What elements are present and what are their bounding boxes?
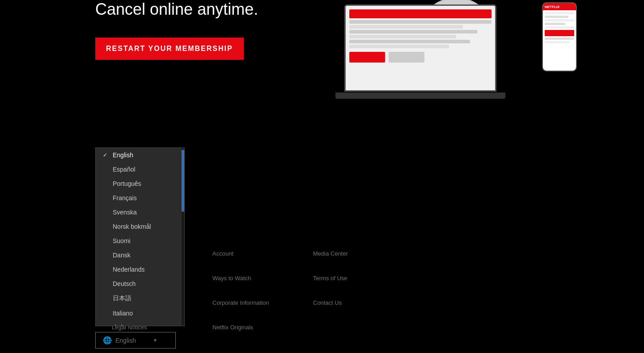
selected-language-label: English [115,337,136,344]
footer: Help Center Jobs Cookie Preferences Lega… [0,237,644,353]
contact-us-link[interactable]: Contact Us [313,299,414,306]
footer-col-4 [414,250,514,340]
phone-mockup: NETFLIX [542,2,577,71]
language-trigger-button[interactable]: 🌐 English ▼ [95,332,176,349]
language-option-ja[interactable]: 日本語 [96,291,184,306]
language-selector[interactable]: ✓ English Español Português Français [95,332,176,349]
globe-icon: 🌐 [103,336,112,345]
language-option-da[interactable]: Dansk [96,248,184,262]
language-option-zh[interactable]: 中文 [96,320,184,326]
cancel-text: Cancel online anytime. [95,0,258,19]
language-option-nl[interactable]: Nederlands [96,262,184,277]
language-option-nb[interactable]: Norsk bokmål [96,219,184,234]
hero-text: Cancel online anytime. RESTART YOUR MEMB… [95,0,258,60]
media-center-link[interactable]: Media Center [313,250,414,257]
main-content: Cancel online anytime. RESTART YOUR MEMB… [0,0,644,353]
checkmark-icon: ✓ [103,152,109,158]
ways-to-watch-link[interactable]: Ways to Watch [212,275,313,282]
language-option-de[interactable]: Deutsch [96,277,184,291]
laptop-mockup [344,4,505,99]
language-option-sv[interactable]: Svenska [96,205,184,219]
scrollbar-track [182,148,184,326]
footer-col-2: Account Ways to Watch Corporate Informat… [212,250,313,340]
netflix-originals-link[interactable]: Netflix Originals [212,324,313,331]
terms-of-use-link[interactable]: Terms of Use [313,275,414,282]
language-option-pt[interactable]: Português [96,176,184,191]
footer-col-3: Media Center Terms of Use Contact Us [313,250,414,340]
language-option-it[interactable]: Italiano [96,306,184,320]
corporate-information-link[interactable]: Corporate Information [212,299,313,306]
language-option-es[interactable]: Español [96,162,184,176]
account-link[interactable]: Account [212,250,313,257]
language-option-fr[interactable]: Français [96,191,184,205]
restart-membership-button[interactable]: RESTART YOUR MEMBERSHIP [95,38,244,60]
language-option-fi[interactable]: Suomi [96,234,184,248]
language-option-en[interactable]: ✓ English [96,148,184,162]
device-illustration: NETFLIX [344,0,577,89]
chevron-down-icon: ▼ [153,338,157,343]
language-dropdown-list[interactable]: ✓ English Español Português Français [95,147,185,326]
scrollbar-thumb[interactable] [182,150,184,212]
